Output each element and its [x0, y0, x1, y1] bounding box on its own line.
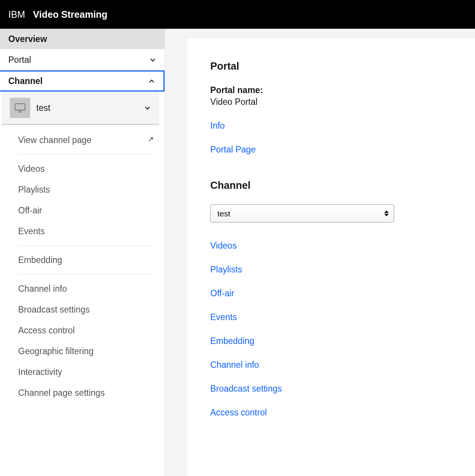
chevron-up-icon — [148, 78, 155, 84]
channel-heading: Channel — [210, 180, 452, 191]
portal-name-field: Portal name: Video Portal — [210, 85, 452, 107]
channel-select[interactable]: test — [210, 204, 394, 222]
monitor-icon — [10, 98, 30, 118]
main-panel: Portal Portal name: Video Portal Info Po… — [187, 39, 475, 476]
channel-links: Videos Playlists Off-air Events Embeddin… — [210, 241, 452, 418]
link-access-control[interactable]: Access control — [210, 408, 452, 418]
sub-label: Channel info — [18, 284, 67, 294]
link-off-air[interactable]: Off-air — [210, 288, 452, 299]
svg-rect-0 — [15, 104, 25, 110]
channel-select-wrap: test — [210, 204, 394, 222]
chevron-down-icon — [144, 104, 151, 111]
sub-label: Interactivity — [18, 367, 62, 377]
link-portal-page[interactable]: Portal Page — [210, 145, 452, 155]
sub-label: Geographic filtering — [18, 346, 93, 356]
sub-label: Embedding — [18, 255, 62, 265]
nav-label: Overview — [8, 34, 47, 44]
sidebar: Overview Portal Channel test View — [0, 29, 165, 476]
brand-prefix: IBM — [8, 9, 25, 20]
channel-selector-label: test — [36, 103, 138, 113]
divider — [18, 246, 154, 246]
nav-label: Portal — [8, 55, 31, 65]
channel-selector[interactable]: test — [2, 92, 159, 124]
sidebar-item-playlists[interactable]: Playlists — [18, 179, 160, 200]
divider — [18, 274, 154, 275]
sidebar-item-events[interactable]: Events — [18, 221, 160, 242]
divider — [18, 154, 154, 155]
link-events[interactable]: Events — [210, 312, 452, 322]
portal-heading: Portal — [210, 61, 452, 72]
header: IBM Video Streaming — [0, 0, 475, 29]
sub-label: Off-air — [18, 205, 42, 216]
sub-label: Channel page settings — [18, 388, 105, 398]
brand-name: Video Streaming — [33, 9, 107, 20]
sidebar-item-channel[interactable]: Channel — [0, 70, 165, 92]
sub-label: Videos — [18, 164, 45, 174]
nav-label: Channel — [8, 76, 43, 86]
sub-label: Broadcast settings — [18, 305, 90, 315]
link-videos[interactable]: Videos — [210, 241, 452, 251]
sidebar-item-channel-info[interactable]: Channel info — [18, 278, 160, 299]
sidebar-item-embedding[interactable]: Embedding — [18, 250, 160, 271]
channel-submenu: View channel page Videos Playlists Off-a… — [0, 124, 165, 403]
sidebar-item-access-control[interactable]: Access control — [18, 320, 160, 341]
link-channel-info[interactable]: Channel info — [210, 360, 452, 370]
sidebar-item-videos[interactable]: Videos — [18, 159, 160, 179]
chevron-down-icon — [149, 56, 156, 63]
sub-label: Access control — [18, 325, 75, 336]
portal-name-value: Video Portal — [210, 97, 452, 107]
brand: IBM Video Streaming — [8, 9, 107, 20]
portal-links: Info Portal Page — [210, 121, 452, 155]
sidebar-item-portal[interactable]: Portal — [0, 49, 165, 70]
portal-name-label: Portal name: — [210, 85, 452, 95]
sidebar-item-broadcast-settings[interactable]: Broadcast settings — [18, 299, 160, 320]
main-area: Portal Portal name: Video Portal Info Po… — [165, 29, 475, 476]
sidebar-item-off-air[interactable]: Off-air — [18, 200, 160, 221]
sidebar-item-channel-page-settings[interactable]: Channel page settings — [18, 383, 160, 403]
sub-label: Events — [18, 226, 45, 236]
sidebar-item-overview[interactable]: Overview — [0, 29, 165, 49]
sub-label: Playlists — [18, 185, 50, 195]
link-info[interactable]: Info — [210, 121, 452, 131]
external-link-icon — [146, 136, 154, 145]
link-broadcast-settings[interactable]: Broadcast settings — [210, 384, 452, 394]
sub-label: View channel page — [18, 135, 92, 145]
sidebar-item-view-channel-page[interactable]: View channel page — [18, 130, 160, 151]
sidebar-item-geographic-filtering[interactable]: Geographic filtering — [18, 341, 160, 362]
link-playlists[interactable]: Playlists — [210, 264, 452, 275]
sidebar-item-interactivity[interactable]: Interactivity — [18, 362, 160, 383]
link-embedding[interactable]: Embedding — [210, 336, 452, 346]
